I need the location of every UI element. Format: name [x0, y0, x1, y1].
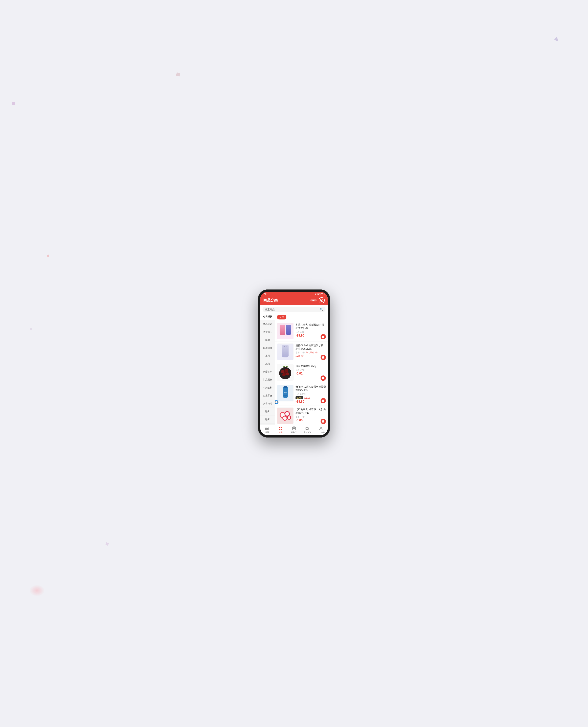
svg-rect-34 [279, 429, 280, 430]
sidebar-item-seasonal[interactable]: 当季热门 [260, 328, 275, 336]
sidebar-item-drink[interactable]: 牛奶饮料 [260, 384, 275, 392]
sidebar-section-header: 今日爆款 [260, 314, 275, 320]
tab-all[interactable]: 全部 [277, 315, 287, 320]
price-4: ¥38.80 [295, 400, 304, 403]
product-image-clear: CLEAR [277, 343, 294, 360]
cart-icon-5 [322, 420, 324, 423]
price-row-3: ¥0.01 [295, 372, 326, 375]
nav-home[interactable]: 首页 [260, 426, 274, 434]
cherry-image [277, 364, 293, 381]
add-to-cart-3[interactable] [320, 376, 326, 381]
add-to-cart-1[interactable] [320, 334, 326, 339]
product-name-4: 海飞丝 去屑洗发露丝质柔滑型750ml/瓶 [295, 385, 326, 392]
person-icon [319, 426, 323, 430]
battery-fill [321, 294, 323, 295]
product-info-3: 山东先锋樱桃 250g 已售 30份 ¥0.01 [295, 364, 326, 375]
product-name-2: 清扬CLEAR去屑洗发水樱花沁爽750g/瓶 [295, 344, 326, 350]
svg-point-22 [281, 413, 284, 416]
add-to-cart-2[interactable] [320, 355, 326, 360]
product-image-lychee [277, 407, 294, 424]
search-icon: 🔍 [320, 308, 323, 311]
clear-bottle-svg: CLEAR [281, 345, 289, 358]
product-list: 多芬沐浴乳（深层滋润+樱花甜香）/组 已售 32份 ¥28.90 [275, 321, 328, 425]
nav-profile[interactable]: 个人中心 [314, 426, 328, 434]
svg-rect-35 [281, 429, 282, 430]
svg-rect-15 [284, 386, 287, 388]
phone-frame: 4G 14:34 商品分类 [258, 289, 330, 438]
status-bar: 4G 14:34 [260, 292, 328, 296]
product-sold-3: 已售 30份 [295, 368, 326, 371]
signal-status: 4G [264, 293, 267, 295]
product-sold-4: 已售 127份 [295, 392, 326, 396]
sidebar-item-dairy[interactable]: 乳品雪糕 [260, 376, 275, 384]
member-tag-4: 会员价 [295, 396, 303, 399]
sidebar-item-limited[interactable]: 限量 [260, 336, 275, 344]
cart-icon-4 [322, 399, 324, 402]
product-image-cherry [277, 364, 294, 381]
add-to-cart-5[interactable] [320, 419, 326, 424]
svg-point-25 [286, 413, 288, 415]
search-input[interactable] [265, 308, 319, 311]
nav-home-label: 首页 [265, 431, 269, 434]
product-name-1: 多芬沐浴乳（深层滋润+樱花甜香）/组 [295, 323, 326, 330]
home-icon [265, 426, 269, 430]
product-item: 【产地直发 好吃不上火】白糯荔枝5斤装 已售 34份 ¥0.00 [275, 405, 328, 425]
svg-point-30 [288, 416, 290, 419]
nav-cart[interactable]: 购物车 [287, 426, 301, 434]
svg-point-4 [284, 353, 287, 355]
svg-point-40 [320, 427, 322, 428]
sidebar-item-new[interactable]: 新品优选 [260, 320, 275, 328]
sidebar-item-vegan[interactable]: 素食粮油 [260, 400, 275, 408]
cart-icon-1 [322, 336, 324, 338]
sidebar-item-test1[interactable]: 测试1 [260, 408, 275, 416]
cart-icon-2 [322, 356, 324, 359]
product-item: H&S 海飞丝 去屑洗发露丝质柔滑型750ml/瓶 已售 127份 会员价 ¥3… [275, 383, 328, 405]
main-content: 今日爆款 新品优选 当季热门 限量 日用百货 水果 蔬菜 肉蛋水产 乳品雪糕 牛… [260, 314, 328, 425]
product-image-dove [277, 323, 294, 339]
sidebar-item-meat[interactable]: 肉蛋水产 [260, 368, 275, 376]
sidebar-item-daily[interactable]: 日用百货 [260, 344, 275, 352]
search-input-wrap: 🔍 [262, 307, 326, 312]
phone-screen: 4G 14:34 商品分类 [260, 292, 328, 435]
svg-point-7 [281, 370, 284, 373]
sidebar: 今日爆款 新品优选 当季热门 限量 日用百货 水果 蔬菜 肉蛋水产 乳品雪糕 牛… [260, 314, 275, 425]
delivery-icon [306, 426, 310, 430]
svg-rect-32 [279, 427, 280, 428]
svg-rect-1 [283, 346, 288, 357]
svg-rect-33 [281, 427, 282, 428]
nav-profile-label: 个人中心 [317, 431, 325, 434]
clear-image: CLEAR [277, 344, 293, 360]
product-item: 山东先锋樱桃 250g 已售 30份 ¥0.01 [275, 362, 328, 383]
search-bar: 🔍 [260, 305, 328, 314]
svg-text:H&S: H&S [284, 392, 287, 393]
product-name-3: 山东先锋樱桃 250g [295, 364, 326, 368]
headshoulders-image: H&S [277, 385, 293, 401]
product-sold-1: 已售 32份 [295, 330, 326, 333]
chat-icon-4[interactable]: 💬 [275, 400, 278, 404]
sidebar-item-test3[interactable]: 测试3 [260, 424, 275, 425]
nav-cart-label: 购物车 [291, 431, 297, 434]
svg-point-39 [308, 429, 309, 430]
more-options-button[interactable] [310, 299, 317, 301]
price-1: ¥28.90 [295, 334, 304, 337]
target-button[interactable] [319, 297, 325, 303]
sidebar-item-test2[interactable]: 测试2 [260, 416, 275, 424]
product-sold-2: 已售 21份 每人限购1份 [295, 351, 326, 354]
price-2: ¥28.80 [295, 355, 304, 358]
cart-icon [292, 426, 296, 430]
nav-delivery[interactable]: 及时送送 [301, 426, 314, 434]
nav-category[interactable]: 分类 [274, 426, 287, 434]
category-icon [278, 426, 282, 430]
app-header: 商品分类 [260, 296, 328, 305]
limit-text-2: 每人限购1份 [306, 351, 317, 354]
bottom-nav: 首页 分类 购物车 [260, 425, 328, 435]
price-3: ¥0.01 [295, 372, 302, 375]
sidebar-item-veg[interactable]: 蔬菜 [260, 360, 275, 368]
sidebar-item-nuts[interactable]: 坚果零食 [260, 392, 275, 400]
svg-point-38 [306, 429, 307, 430]
app-title: 商品分类 [263, 298, 278, 303]
dove-image [277, 323, 293, 339]
product-sold-5: 已售 34份 [295, 415, 326, 418]
sidebar-item-fruit[interactable]: 水果 [260, 352, 275, 360]
svg-text:CLEAR: CLEAR [284, 351, 287, 352]
